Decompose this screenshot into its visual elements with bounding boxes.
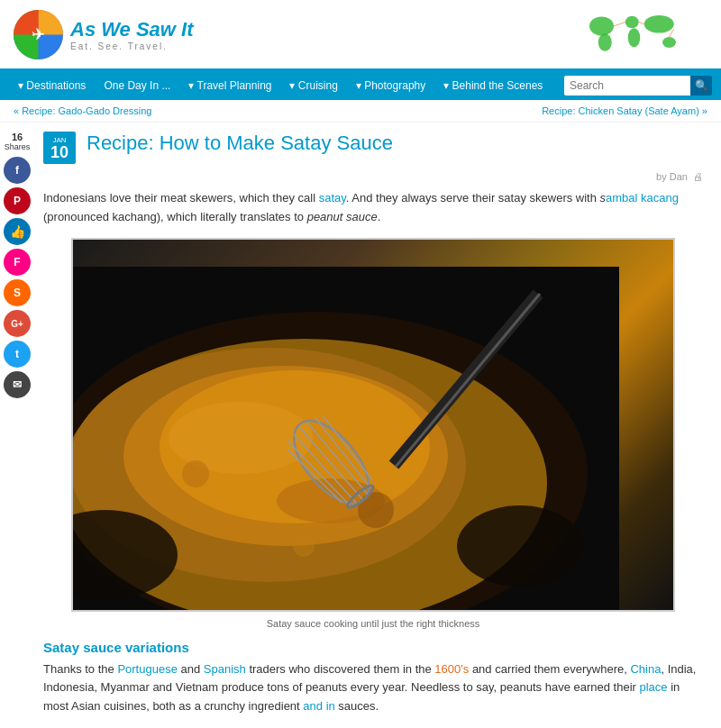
main-nav: ▾ Destinations One Day In ... ▾ Travel P… <box>0 71 721 100</box>
twitter-share-button[interactable]: t <box>4 341 31 368</box>
svg-point-6 <box>628 28 641 47</box>
like-button[interactable]: 👍 <box>4 218 31 245</box>
pinterest-share-button[interactable]: P <box>4 187 31 214</box>
logo-icon: ✈ <box>14 10 63 59</box>
site-tagline: Eat. See. Travel. <box>70 41 194 51</box>
variations-paragraph-1: Thanks to the Portuguese and Spanish tra… <box>43 660 703 716</box>
search-input[interactable] <box>564 76 690 96</box>
email-share-button[interactable]: ✉ <box>4 371 31 398</box>
article-header: JAN 10 Recipe: How to Make Satay Sauce <box>43 132 703 164</box>
flipboard-share-button[interactable]: F <box>4 249 31 276</box>
svg-point-21 <box>457 505 583 587</box>
article-title: Recipe: How to Make Satay Sauce <box>87 132 703 155</box>
satay-variations-heading: Satay sauce variations <box>43 640 703 655</box>
nav-destinations[interactable]: ▾ Destinations <box>9 71 95 100</box>
breadcrumb-next[interactable]: Recipe: Chicken Satay (Sate Ayam) » <box>542 105 707 116</box>
svg-text:✈: ✈ <box>32 27 44 42</box>
google-plus-share-button[interactable]: G+ <box>4 310 31 337</box>
breadcrumb: « Recipe: Gado-Gado Dressing Recipe: Chi… <box>0 100 721 123</box>
svg-point-3 <box>589 17 614 36</box>
world-map-icon <box>563 7 707 61</box>
facebook-share-button[interactable]: f <box>4 157 31 184</box>
nav-cruising[interactable]: ▾ Cruising <box>280 71 346 100</box>
svg-point-22 <box>182 460 209 487</box>
stumbleupon-share-button[interactable]: S <box>4 279 31 306</box>
date-badge: JAN 10 <box>43 132 76 164</box>
svg-point-7 <box>644 15 674 33</box>
site-name: As We Saw It <box>70 18 194 41</box>
byline: by Dan 🖨 <box>43 171 703 182</box>
print-icon[interactable]: 🖨 <box>693 171 703 182</box>
search-form: 🔍 <box>564 76 712 96</box>
shares-count: 16 Shares <box>5 132 31 151</box>
intro-paragraph: Indonesians love their meat skewers, whi… <box>43 189 703 227</box>
article-image: Copyright 2012 aswesawit, All Rights res… <box>71 238 675 612</box>
article-image-container: Copyright 2012 aswesawit, All Rights res… <box>43 238 703 629</box>
logo-text: As We Saw It Eat. See. Travel. <box>70 18 194 51</box>
logo-area[interactable]: ✈ As We Saw It Eat. See. Travel. <box>14 10 194 59</box>
image-caption: Satay sauce cooking until just the right… <box>43 618 703 629</box>
breadcrumb-prev[interactable]: « Recipe: Gado-Gado Dressing <box>14 105 151 116</box>
social-sidebar: 16 Shares f P 👍 F S G+ t ✉ <box>0 123 34 728</box>
nav-one-day[interactable]: One Day In ... <box>95 71 179 100</box>
svg-point-24 <box>293 535 315 557</box>
svg-point-23 <box>358 492 394 528</box>
nav-photography[interactable]: ▾ Photography <box>347 71 434 100</box>
site-header: ✈ As We Saw It Eat. See. Travel. <box>0 0 721 71</box>
nav-travel-planning[interactable]: ▾ Travel Planning <box>179 71 280 100</box>
search-button[interactable]: 🔍 <box>690 76 712 96</box>
nav-behind-scenes[interactable]: ▾ Behind the Scenes <box>434 71 552 100</box>
main-content: 16 Shares f P 👍 F S G+ t ✉ JAN 10 Recipe… <box>0 123 721 728</box>
article-body: JAN 10 Recipe: How to Make Satay Sauce b… <box>34 123 721 728</box>
svg-point-4 <box>598 33 612 51</box>
svg-point-8 <box>662 37 676 48</box>
svg-point-5 <box>625 16 639 29</box>
